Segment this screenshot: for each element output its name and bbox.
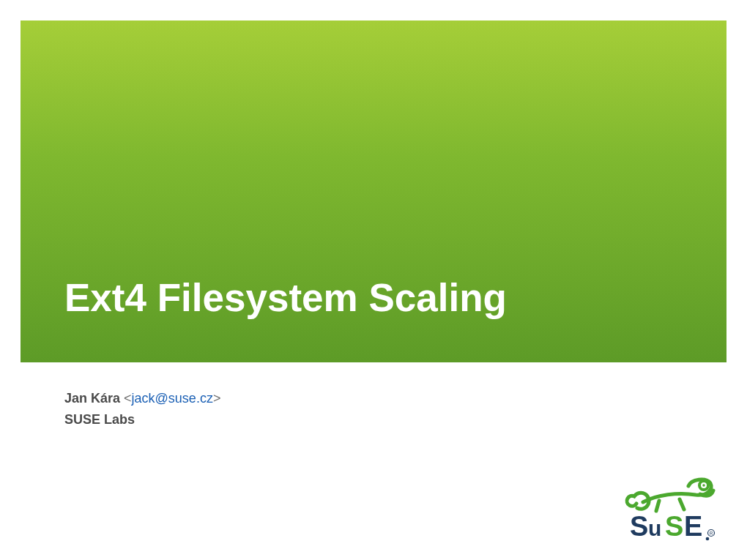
title-banner: Ext4 Filesystem Scaling	[21, 20, 726, 362]
svg-text:E: E	[684, 511, 702, 542]
svg-point-8	[706, 537, 710, 541]
author-org: SUSE Labs	[64, 409, 220, 430]
author-name: Jan Kára	[64, 391, 120, 406]
suse-logo: S u S E R	[614, 473, 724, 542]
bracket-close: >	[213, 391, 221, 406]
svg-text:R: R	[710, 531, 713, 536]
author-line: Jan Kára <jack@suse.cz>	[64, 388, 220, 409]
svg-point-1	[702, 484, 705, 486]
suse-logo-icon: S u S E R	[614, 473, 724, 542]
svg-text:S: S	[630, 511, 648, 542]
author-email[interactable]: jack@suse.cz	[132, 391, 213, 406]
bracket-open: <	[124, 391, 132, 406]
slide-title: Ext4 Filesystem Scaling	[64, 275, 507, 320]
author-block: Jan Kára <jack@suse.cz> SUSE Labs	[64, 388, 220, 430]
svg-text:S: S	[665, 511, 683, 542]
svg-text:u: u	[648, 516, 661, 540]
